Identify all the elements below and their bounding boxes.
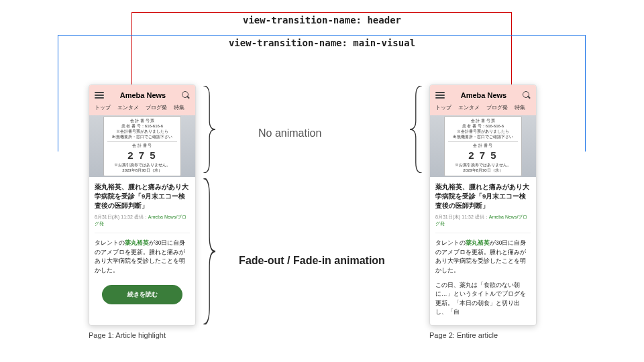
nav-tab[interactable]: ブログ発: [486, 104, 508, 111]
search-icon[interactable]: [523, 91, 531, 99]
nav-tab[interactable]: エンタメ: [117, 104, 139, 111]
nav-tab[interactable]: トップ: [435, 104, 451, 111]
brace-icon: [410, 86, 425, 173]
mockup-page-2: Ameba News トップ エンタメ ブログ発 特集 会 計 番 号 票 患 …: [429, 84, 537, 326]
brace-icon: [201, 178, 215, 324]
article-meta: 8月31日(木) 11:32 提供：Ameba News/ブログ発: [435, 214, 531, 227]
connector-red: [511, 12, 512, 91]
article-body: 薬丸裕英、腫れと痛みがあり大学病院を受診「9月末エコー検査後の医師判断」 8月3…: [430, 177, 536, 324]
connector-red: [131, 12, 132, 91]
connector-blue: [58, 35, 58, 152]
article-paragraph: この日、薬丸は「食欲のない朝に…」というタイトルでブログを更新。「本日の朝食」と…: [435, 281, 531, 317]
caption-page-2: Page 2: Entire article: [429, 331, 498, 339]
article-headline: 薬丸裕英、腫れと痛みがあり大学病院を受診「9月末エコー検査後の医師判断」: [95, 182, 190, 210]
hamburger-icon[interactable]: [95, 90, 104, 100]
nav-tab[interactable]: ブログ発: [146, 104, 167, 111]
ticket-card: 会 計 番 号 票 患 者 番 号：616-616-6 ※会計番号票がありました…: [444, 116, 522, 176]
article-paragraph: タレントの薬丸裕英が30日に自身のアメブロを更新。腫れと痛みがあり大学病院を受診…: [435, 239, 531, 275]
mock-header: Ameba News トップ エンタメ ブログ発 特集: [89, 85, 195, 115]
search-icon[interactable]: [182, 91, 190, 99]
article-meta: 8月31日(木) 11:32 提供：Ameba News/ブログ発: [95, 214, 190, 227]
code-label-main-visual: view-transition-name: main-visual: [229, 38, 415, 48]
site-brand: Ameba News: [461, 91, 506, 99]
connector-blue: [58, 35, 586, 36]
hamburger-icon[interactable]: [435, 90, 445, 100]
mock-header: Ameba News トップ エンタメ ブログ発 特集: [430, 85, 536, 115]
connector-blue: [585, 35, 586, 152]
main-visual: 会 計 番 号 票 患 者 番 号：616-616-6 ※会計番号票がありました…: [89, 115, 195, 177]
brace-icon: [201, 86, 215, 173]
read-more-button[interactable]: 続きを読む: [102, 285, 182, 304]
site-brand: Ameba News: [120, 91, 166, 99]
ticket-card: 会 計 番 号 票 患 者 番 号：616-616-6 ※会計番号票がありました…: [103, 116, 181, 176]
nav-tabs: トップ エンタメ ブログ発 特集: [434, 104, 532, 115]
nav-tabs: トップ エンタメ ブログ発 特集: [93, 104, 191, 115]
nav-tab[interactable]: エンタメ: [458, 104, 480, 111]
annotation-no-animation: No animation: [258, 127, 321, 139]
nav-tab[interactable]: 特集: [515, 104, 525, 111]
nav-tab[interactable]: 特集: [174, 104, 184, 111]
article-excerpt: タレントの薬丸裕英が30日に自身のアメブロを更新。腫れと痛みがあり大学病院を受診…: [95, 239, 190, 275]
nav-tab[interactable]: トップ: [95, 104, 111, 111]
mockup-page-1: Ameba News トップ エンタメ ブログ発 特集 会 計 番 号 票 患 …: [89, 84, 196, 326]
connector-red: [131, 12, 512, 13]
main-visual: 会 計 番 号 票 患 者 番 号：616-616-6 ※会計番号票がありました…: [430, 115, 536, 177]
annotation-fade: Fade-out / Fade-in animation: [231, 255, 392, 267]
article-body: 薬丸裕英、腫れと痛みがあり大学病院を受診「9月末エコー検査後の医師判断」 8月3…: [89, 177, 195, 311]
article-headline: 薬丸裕英、腫れと痛みがあり大学病院を受診「9月末エコー検査後の医師判断」: [435, 182, 531, 210]
caption-page-1: Page 1: Article highlight: [89, 331, 166, 339]
code-label-header: view-transition-name: header: [243, 15, 401, 25]
